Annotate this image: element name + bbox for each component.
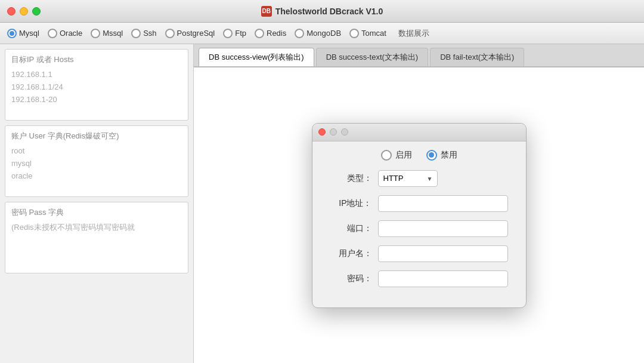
radio-label-mssql: Mssql [103,29,123,38]
window-title: DB Thelostworld DBcrack V1.0 [261,6,383,17]
modal-dialog: 启用禁用 类型：HTTPHTTPSSOCKS4SOCKS5▼IP地址：端口：用户… [312,123,527,308]
form-input-port[interactable] [378,220,508,237]
form-row-password: 密码： [330,270,508,287]
radio-label-tomcat: Tomcat [361,29,386,38]
main-content: 目标IP 或者 Hosts192.168.1.1192.168.1.1/2419… [0,44,644,363]
list-item: root [11,145,182,158]
form-select-wrap-type: HTTPHTTPSSOCKS4SOCKS5▼ [378,170,438,187]
tab-content: 启用禁用 类型：HTTPHTTPSSOCKS4SOCKS5▼IP地址：端口：用户… [194,67,644,363]
radio-circle-ssh [131,29,141,38]
form-row-port: 端口： [330,220,508,237]
modal-title-bar [312,124,526,141]
sidebar-section-title-hosts: 目标IP 或者 Hosts [11,54,182,65]
list-item: 192.168.1-20 [11,94,182,106]
modal-close-button[interactable] [318,128,326,136]
list-item: 192.168.1.1/24 [11,81,182,94]
modal-radio-label-enable: 启用 [395,150,412,161]
toolbar-radio-ftp[interactable]: Ftp [223,29,246,38]
modal-radio-disable[interactable]: 禁用 [426,150,457,161]
tab-success-view[interactable]: DB success-view(列表输出) [199,48,314,66]
minimize-button[interactable] [20,7,28,16]
tab-fail-text[interactable]: DB fail-text(文本输出) [430,48,524,66]
form-row-type: 类型：HTTPHTTPSSOCKS4SOCKS5▼ [330,170,508,187]
radio-label-postgresql: PostgreSql [177,29,215,38]
toolbar-radio-mongodb[interactable]: MongoDB [295,29,341,38]
modal-maximize-button [341,128,348,136]
sidebar: 目标IP 或者 Hosts192.168.1.1192.168.1.1/2419… [0,44,194,363]
modal-body: 启用禁用 类型：HTTPHTTPSSOCKS4SOCKS5▼IP地址：端口：用户… [312,141,526,287]
sidebar-section-subtitle-passwords: (Redis未授权不填写密码填写密码就 [11,222,182,234]
radio-label-mongodb: MongoDB [306,29,341,38]
modal-radio-label-disable: 禁用 [441,150,457,161]
modal-radio-row: 启用禁用 [330,150,508,161]
radio-label-mysql: Mysql [19,29,39,38]
form-label-username: 用户名： [330,248,372,259]
radio-label-redis: Redis [267,29,286,38]
radio-circle-oracle [48,29,57,38]
list-item: 192.168.1.1 [11,69,182,81]
form-label-ip: IP地址： [330,198,372,209]
radio-circle-mssql [91,29,100,38]
modal-minimize-button [330,128,337,136]
sidebar-section-title-users: 账户 User 字典(Redis爆破可空) [11,131,182,141]
list-item: mysql [11,158,182,170]
tabs-row: DB success-view(列表输出)DB success-text(文本输… [194,44,644,67]
sidebar-section-title-passwords: 密码 Pass 字典 [11,207,182,218]
radio-circle-tomcat [349,29,359,38]
toolbar-radio-redis[interactable]: Redis [255,29,286,38]
sidebar-section-passwords: 密码 Pass 字典(Redis未授权不填写密码填写密码就 [5,202,188,273]
toolbar: MysqlOracleMssqlSshPostgreSqlFtpRedisMon… [0,23,644,44]
data-display-button[interactable]: 数据展示 [398,28,429,39]
form-label-type: 类型： [330,173,372,184]
radio-circle-mysql [7,29,17,38]
toolbar-radio-postgresql[interactable]: PostgreSql [165,29,215,38]
sidebar-section-users: 账户 User 字典(Redis爆破可空)rootmysqloracle [5,125,188,197]
list-item: oracle [11,170,182,183]
form-input-password[interactable] [378,270,508,287]
radio-label-ssh: Ssh [143,29,156,38]
modal-radio-circle-enable [381,150,392,161]
maximize-button[interactable] [32,7,41,16]
form-select-type[interactable]: HTTPHTTPSSOCKS4SOCKS5 [378,170,438,187]
radio-circle-postgresql [165,29,175,38]
tab-success-text[interactable]: DB success-text(文本输出) [316,48,429,66]
toolbar-radio-oracle[interactable]: Oracle [48,29,82,38]
radio-circle-ftp [223,29,233,38]
toolbar-radio-ssh[interactable]: Ssh [131,29,156,38]
toolbar-radio-tomcat[interactable]: Tomcat [349,29,386,38]
radio-label-oracle: Oracle [60,29,82,38]
modal-radio-enable[interactable]: 启用 [381,150,412,161]
toolbar-radio-mysql[interactable]: Mysql [7,29,39,38]
radio-label-ftp: Ftp [235,29,246,38]
sidebar-section-hosts: 目标IP 或者 Hosts192.168.1.1192.168.1.1/2419… [5,49,188,121]
app-icon: DB [261,6,272,17]
modal-radio-circle-disable [426,150,437,161]
toolbar-radio-mssql[interactable]: Mssql [91,29,123,38]
form-label-port: 端口： [330,223,372,234]
form-input-username[interactable] [378,245,508,262]
form-row-ip: IP地址： [330,195,508,212]
title-bar: DB Thelostworld DBcrack V1.0 [0,0,644,23]
modal-overlay: 启用禁用 类型：HTTPHTTPSSOCKS4SOCKS5▼IP地址：端口：用户… [194,67,644,363]
close-button[interactable] [7,7,16,16]
radio-circle-mongodb [295,29,304,38]
right-panel: DB success-view(列表输出)DB success-text(文本输… [194,44,644,363]
form-label-password: 密码： [330,273,372,284]
window-controls [7,7,41,16]
form-input-ip[interactable] [378,195,508,212]
form-row-username: 用户名： [330,245,508,262]
radio-circle-redis [255,29,264,38]
